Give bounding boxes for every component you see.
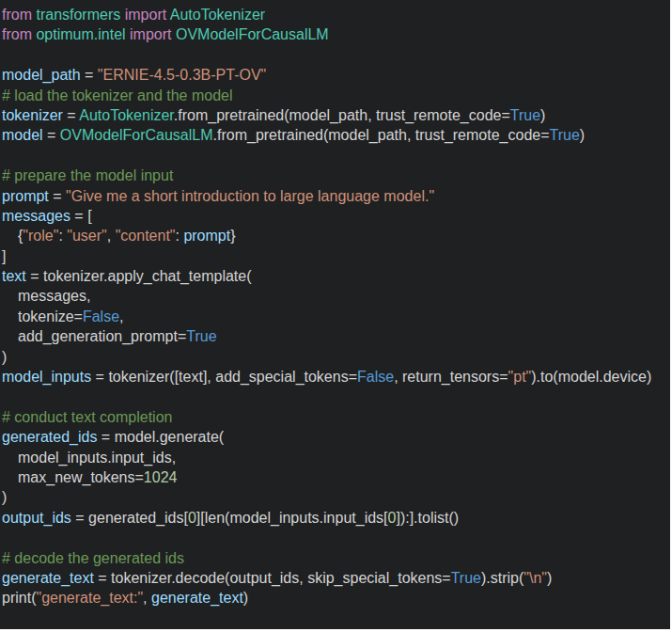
code-token-plain: ).strip( — [481, 570, 524, 586]
code-token-com: # conduct text completion — [2, 409, 172, 425]
code-editor: from transformers import AutoTokenizerfr… — [0, 0, 670, 629]
code-token-plain: = — [81, 67, 98, 83]
code-token-str: "\n" — [524, 570, 547, 586]
code-token-plain: : — [58, 228, 67, 244]
code-token-plain: , — [107, 228, 116, 244]
code-token-kw: from — [2, 7, 32, 23]
code-line: # conduct text completion — [2, 407, 670, 427]
code-token-plain: = — [63, 107, 79, 123]
code-token-var: model_path — [2, 67, 81, 83]
code-token-plain: .from_pretrained(model_path, trust_remot… — [213, 127, 550, 143]
code-line: # prepare the model input — [2, 166, 670, 185]
code-token-bool: True — [186, 328, 216, 344]
code-token-plain: tokenize= — [18, 308, 83, 324]
code-token-plain: = generated_ids[ — [71, 510, 188, 526]
code-line: text = tokenizer.apply_chat_template( — [2, 266, 670, 286]
code-line: {"role": "user", "content": prompt} — [2, 226, 670, 245]
code-token-var: prompt — [2, 188, 49, 204]
code-line: from transformers import AutoTokenizer — [2, 5, 670, 24]
code-token-plain: , return_tensors= — [394, 369, 508, 385]
code-line: # decode the generated ids — [2, 548, 670, 568]
code-token-plain: = tokenizer.decode(output_ids, skip_spec… — [94, 570, 451, 586]
code-token-plain: ) — [2, 349, 7, 365]
code-token-plain: print( — [2, 590, 36, 606]
code-token-plain: = — [49, 188, 66, 204]
code-line — [2, 528, 670, 547]
code-line: tokenize=False, — [2, 307, 670, 326]
code-line: tokenizer = AutoTokenizer.from_pretraine… — [2, 105, 670, 125]
code-token-str: "ERNIE-4.5-0.3B-PT-OV" — [98, 67, 266, 83]
code-line — [2, 45, 670, 65]
code-token-plain: add_generation_prompt= — [18, 328, 186, 344]
code-token-kw: import — [130, 26, 171, 42]
code-token-type: optimum.intel — [36, 26, 125, 42]
code-line: generated_ids = model.generate( — [2, 427, 670, 447]
code-line: model_inputs = tokenizer([text], add_spe… — [2, 367, 670, 387]
code-token-bool: True — [451, 570, 481, 586]
code-token-num: 0 — [188, 510, 196, 526]
code-line: output_ids = generated_ids[0][len(model_… — [2, 508, 670, 528]
code-token-plain: = model.generate( — [97, 429, 224, 445]
code-token-plain: ) — [540, 107, 545, 123]
code-line: from optimum.intel import OVModelForCaus… — [2, 24, 670, 44]
code-token-var: generate_text — [2, 570, 94, 586]
code-token-com: # load the tokenizer and the model — [2, 87, 233, 103]
code-token-var: prompt — [183, 228, 230, 244]
code-token-type: OVModelForCausalLM — [176, 26, 329, 42]
code-token-plain: ) — [580, 127, 585, 143]
code-token-var: messages — [2, 208, 70, 224]
code-token-plain: = tokenizer([text], add_special_tokens= — [91, 369, 357, 385]
code-line: model_path = "ERNIE-4.5-0.3B-PT-OV" — [2, 65, 670, 85]
code-line: ] — [2, 246, 670, 266]
code-token-plain: ) — [2, 489, 7, 505]
code-token-plain: = [ — [70, 208, 92, 224]
code-token-str: "content" — [116, 228, 176, 244]
code-line: generate_text = tokenizer.decode(output_… — [2, 568, 670, 588]
code-token-plain: } — [230, 228, 235, 244]
code-token-plain: = tokenizer.apply_chat_template( — [26, 268, 252, 284]
code-token-var: model — [2, 127, 43, 143]
code-token-str: "pt" — [508, 369, 532, 385]
code-token-var: text — [2, 268, 26, 284]
code-line: add_generation_prompt=True — [2, 326, 670, 346]
code-line: print("generate_text:", generate_text) — [2, 588, 670, 608]
code-token-var: generate_text — [151, 590, 243, 606]
code-token-plain: model_inputs.input_ids, — [18, 450, 176, 466]
code-token-type: transformers — [36, 7, 120, 23]
code-line: ) — [2, 347, 670, 367]
code-token-plain: = — [43, 127, 60, 143]
code-line: messages, — [2, 286, 670, 306]
code-token-plain: ]):].tolist() — [396, 510, 459, 526]
code-token-str: "role" — [23, 228, 58, 244]
code-token-plain: messages, — [18, 288, 90, 304]
code-token-plain: , — [119, 308, 123, 324]
code-token-num: 1024 — [144, 469, 178, 485]
code-token-com: # prepare the model input — [2, 167, 173, 183]
code-token-plain: ) — [547, 570, 552, 586]
code-line: ) — [2, 487, 670, 507]
code-line — [2, 146, 670, 166]
code-token-var: output_ids — [2, 510, 71, 526]
code-line: model_inputs.input_ids, — [2, 448, 670, 467]
code-token-plain: ][len(model_inputs.input_ids[ — [196, 510, 388, 526]
code-token-type: AutoTokenizer — [79, 107, 174, 123]
code-token-plain: , — [143, 590, 151, 606]
code-token-bool: True — [550, 127, 580, 143]
code-token-str: "Give me a short introduction to large l… — [66, 188, 434, 204]
code-token-plain: ] — [2, 248, 6, 264]
code-line: messages = [ — [2, 206, 670, 226]
code-token-var: tokenizer — [2, 107, 63, 123]
code-token-type: OVModelForCausalLM — [60, 127, 213, 143]
code-token-var: generated_ids — [2, 429, 97, 445]
code-line: # load the tokenizer and the model — [2, 86, 670, 105]
code-line: max_new_tokens=1024 — [2, 467, 670, 487]
code-line — [2, 387, 670, 406]
code-line: prompt = "Give me a short introduction t… — [2, 186, 670, 206]
code-token-bool: True — [510, 107, 540, 123]
code-token-bool: False — [83, 308, 119, 324]
code-token-bool: False — [357, 369, 394, 385]
code-line: model = OVModelForCausalLM.from_pretrain… — [2, 125, 670, 145]
code-token-plain: ).to(model.device) — [531, 369, 651, 385]
code-token-str: "user" — [67, 228, 106, 244]
code-token-kw: from — [2, 26, 32, 42]
